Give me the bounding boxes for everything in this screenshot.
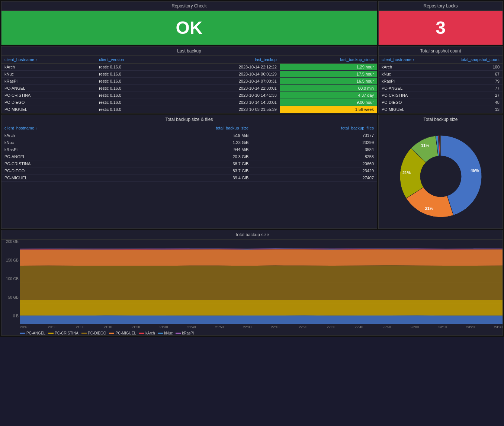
table-row: PC-MIGUEL restic 0.16.0 2023-10-03 21:55… [1,106,377,113]
cell-last-backup: 2023-10-14 22:12:22 [172,64,280,71]
x-axis-label: 21:00 [76,325,84,329]
x-axis-label: 23:10 [439,325,447,329]
cell-version: restic 0.16.0 [96,92,172,99]
table-row: kNuc restic 0.16.0 2023-10-14 06:01:29 1… [1,71,377,78]
table-row: PC-DIEGO 48 [379,99,503,106]
table-row: kRasPi 79 [379,78,503,85]
table-row: PC-ANGEL 20.3 GiB 8258 [1,153,377,160]
cell-since: 4.37 day [280,92,377,99]
bsf-col-hostname[interactable]: client_hostname ↑ [1,124,126,132]
cell-files: 23299 [251,139,377,146]
x-axis-label: 23:30 [494,325,503,329]
legend-item: kArch [139,331,155,335]
cell-hostname: PC-CRISTINA [1,160,126,167]
table-row: kArch restic 0.16.0 2023-10-14 22:12:22 … [1,64,377,71]
col-version[interactable]: client_version [96,56,172,64]
x-axis-label: 20:50 [48,325,57,329]
chart-area-segment [20,249,503,266]
x-axis-label: 22:30 [327,325,336,329]
cell-last-backup: 2023-10-14 07:00:31 [172,78,280,85]
col-last-backup-since[interactable]: last_backup_since [280,56,377,64]
y-axis-label: 150 GB [1,258,19,262]
x-axis-label: 21:20 [132,325,140,329]
cell-since: 16.5 hour [280,78,377,85]
cell-hostname: PC-DIEGO [1,99,96,106]
cell-last-backup: 2023-10-10 14:41:33 [172,92,280,99]
table-row: PC-CRISTINA restic 0.16.0 2023-10-10 14:… [1,92,377,99]
cell-hostname: kArch [1,132,126,139]
legend-color [158,333,163,334]
cell-hostname: kArch [379,64,436,71]
cell-size: 83.7 GiB [126,167,251,174]
donut-chart-title: Total backup size [379,115,503,124]
cell-hostname: PC-ANGEL [1,153,126,160]
cell-size: 20.3 GiB [126,153,251,160]
cell-version: restic 0.16.0 [96,106,172,113]
bsf-col-size[interactable]: total_backup_size [126,124,251,132]
cell-hostname: kNuc [379,71,436,78]
cell-size: 38.7 GiB [126,160,251,167]
chart-area-segment [20,316,503,324]
cell-hostname: PC-MIGUEL [1,106,96,113]
chart-area [20,242,503,324]
legend-label: PC-ANGEL [26,331,45,335]
time-series-panel: Total backup size 200 GB150 GB100 GB50 G… [1,230,503,336]
snap-col-hostname[interactable]: client_hostname ↑ [379,56,436,64]
cell-count: 48 [436,99,503,106]
table-row: kArch 519 MiB 73177 [1,132,377,139]
cell-hostname: PC-ANGEL [379,85,436,92]
cell-files: 3584 [251,146,377,153]
cell-hostname: kNuc [1,139,126,146]
col-last-backup[interactable]: last_backup [172,56,280,64]
cell-hostname: PC-DIEGO [1,167,126,174]
cell-last-backup: 2023-10-14 14:30:01 [172,99,280,106]
cell-hostname: PC-MIGUEL [379,106,436,113]
cell-hostname: PC-DIEGO [379,99,436,106]
x-axis-label: 21:10 [104,325,112,329]
cell-since: 1.29 hour [280,64,377,71]
cell-since: 9.00 hour [280,99,377,106]
donut-chart-svg: 45%21%21%11% [392,128,489,225]
cell-files: 8258 [251,153,377,160]
chart-area-segment [20,265,503,300]
donut-label: 11% [421,143,429,147]
cell-files: 27407 [251,174,377,182]
x-axis-label: 22:10 [271,325,280,329]
bsf-col-files[interactable]: total_backup_files [251,124,377,132]
cell-version: restic 0.16.0 [96,85,172,92]
cell-hostname: kRasPi [1,78,96,85]
cell-size: 39.4 GiB [126,174,251,182]
table-row: PC-CRISTINA 27 [379,92,503,99]
cell-last-backup: 2023-10-14 06:01:29 [172,71,280,78]
legend-color [20,333,25,334]
repository-locks-count: 3 [379,11,503,45]
backup-size-files-panel: Total backup size & files client_hostnam… [1,115,377,229]
cell-hostname: kRasPi [379,78,436,85]
snapshot-count-title: Total snapshot count [379,47,503,56]
x-axis-label: 23:20 [466,325,475,329]
legend-label: kArch [145,331,155,335]
table-row: kRasPi restic 0.16.0 2023-10-14 07:00:31… [1,78,377,85]
legend-label: kRasPi [182,331,194,335]
cell-hostname: PC-CRISTINA [1,92,96,99]
legend-item: PC-ANGEL [20,331,45,335]
legend-color [176,333,181,334]
cell-size: 519 MiB [126,132,251,139]
cell-last-backup: 2023-10-14 22:30:01 [172,85,280,92]
snap-col-count[interactable]: total_snapshot_count [436,56,503,64]
legend-item: PC-MIGUEL [109,331,136,335]
cell-since: 60.0 min [280,85,377,92]
cell-hostname: kArch [1,64,96,71]
legend-label: PC-CRISTINA [55,331,78,335]
cell-count: 67 [436,71,503,78]
cell-count: 27 [436,92,503,99]
legend-color [48,333,54,334]
y-axis: 200 GB150 GB100 GB50 GB0 B [1,242,20,324]
legend-label: PC-DIEGO [88,331,106,335]
col-hostname[interactable]: client_hostname ↑ [1,56,96,64]
chart-area-segment [20,300,503,316]
donut-label: 21% [425,206,433,211]
cell-last-backup: 2023-10-03 21:55:39 [172,106,280,113]
cell-count: 13 [436,106,503,113]
y-axis-label: 0 B [1,314,19,318]
